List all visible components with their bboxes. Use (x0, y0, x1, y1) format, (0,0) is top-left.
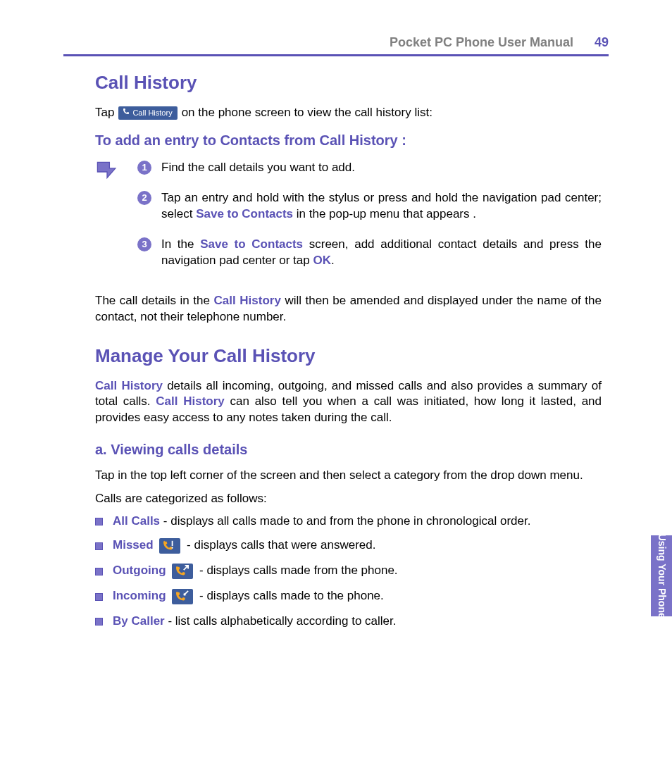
svg-rect-0 (172, 541, 173, 546)
section-heading-manage: Manage Your Call History (95, 345, 602, 367)
call-history-link: Call History (95, 379, 163, 392)
viewing-p1: Tap in the top left corner of the screen… (95, 468, 602, 484)
steps-pointer-icon (95, 160, 123, 283)
step-text: In the Save to Contacts screen, add addi… (161, 237, 602, 269)
step-1: 1 Find the call details you want to add. (137, 160, 602, 176)
section-heading-call-history: Call History (95, 72, 602, 94)
missed-call-icon (159, 538, 180, 554)
square-bullet-icon (95, 542, 103, 550)
list-item: By Caller - list calls alphabetically ac… (95, 614, 602, 628)
list-text: By Caller - list calls alphabetically ac… (113, 614, 397, 628)
save-to-contacts-link: Save to Contacts (196, 207, 293, 220)
chapter-tab-label: Using Your Phone (656, 533, 666, 618)
step-text: Tap an entry and hold with the stylus or… (161, 190, 602, 223)
step-2: 2 Tap an entry and hold with the stylus … (137, 190, 602, 223)
phone-icon (122, 108, 130, 119)
step-text: Find the call details you want to add. (161, 160, 602, 176)
call-history-button-chip: Call History (118, 106, 177, 120)
list-item: All Calls - displays all calls made to a… (95, 514, 602, 528)
manage-intro: Call History details all incoming, outgo… (95, 378, 602, 427)
step-number: 1 (137, 161, 151, 175)
page-container: Pocket PC Phone User Manual 49 Call Hist… (0, 0, 672, 666)
category-list: All Calls - displays all calls made to a… (95, 514, 602, 628)
list-item: Incoming - displays calls made to the ph… (95, 589, 602, 604)
step-number: 3 (137, 237, 151, 251)
steps-block: 1 Find the call details you want to add.… (95, 160, 602, 283)
tap-post: on the phone screen to view the call his… (182, 105, 433, 121)
viewing-p2: Calls are categorized as follows: (95, 491, 602, 507)
page-content: Call History Tap Call History on the pho… (63, 72, 609, 628)
tap-pre: Tap (95, 105, 114, 121)
list-text: Missed - displays calls that were answer… (113, 538, 375, 554)
save-to-contacts-link: Save to Contacts (200, 237, 303, 251)
subheading-viewing-details: a. Viewing calls details (95, 442, 602, 458)
manual-title: Pocket PC Phone User Manual (390, 35, 573, 50)
tap-instruction: Tap Call History on the phone screen to … (95, 105, 602, 121)
incoming-call-icon (172, 589, 193, 604)
step-number: 2 (137, 191, 151, 205)
list-text: Incoming - displays calls made to the ph… (113, 589, 384, 604)
outgoing-call-icon (172, 564, 193, 579)
chip-label: Call History (132, 108, 172, 118)
list-item: Missed - displays calls that were answer… (95, 538, 602, 554)
subheading-add-entry: To add an entry to Contacts from Call Hi… (95, 132, 602, 149)
call-history-link: Call History (214, 294, 281, 307)
closing-paragraph: The call details in the Call History wil… (95, 293, 602, 325)
square-bullet-icon (95, 618, 103, 626)
ok-link: OK (313, 254, 331, 267)
steps-list: 1 Find the call details you want to add.… (137, 160, 602, 283)
page-header: Pocket PC Phone User Manual 49 (63, 35, 609, 50)
list-item: Outgoing - displays calls made from the … (95, 564, 602, 579)
svg-point-1 (172, 547, 173, 549)
list-text: All Calls - displays all calls made to a… (113, 514, 530, 528)
call-history-link: Call History (156, 394, 224, 408)
header-rule (63, 54, 609, 56)
list-text: Outgoing - displays calls made from the … (113, 564, 398, 579)
square-bullet-icon (95, 568, 103, 575)
square-bullet-icon (95, 518, 103, 525)
chapter-tab: Using Your Phone (651, 535, 672, 616)
page-number: 49 (595, 35, 609, 50)
step-3: 3 In the Save to Contacts screen, add ad… (137, 237, 602, 269)
square-bullet-icon (95, 593, 103, 601)
